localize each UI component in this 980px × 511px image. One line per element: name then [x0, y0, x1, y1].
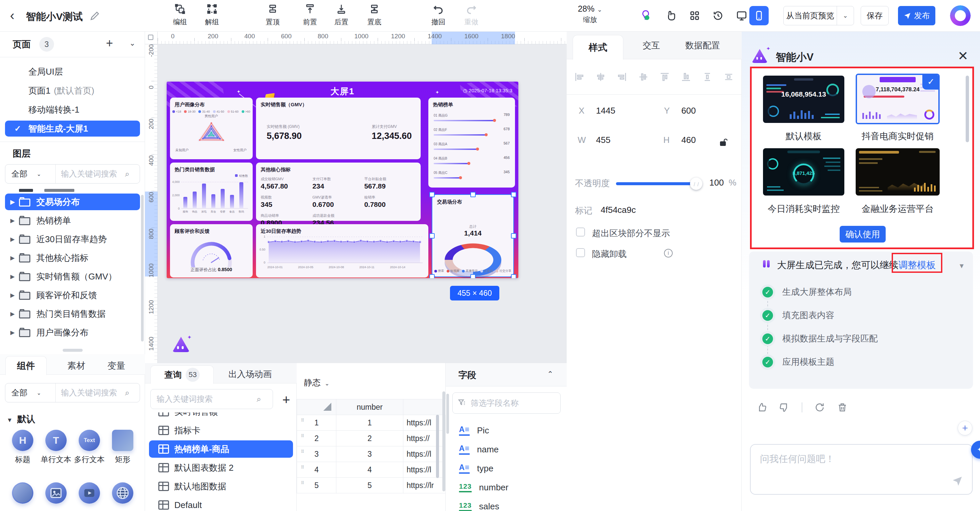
- table-row[interactable]: ⠿33https://l: [297, 446, 453, 462]
- layer-type-select[interactable]: 全部⌄: [5, 168, 55, 179]
- history-icon[interactable]: [708, 6, 728, 25]
- selection-handle-nw[interactable]: [430, 192, 435, 197]
- card-user-profile[interactable]: 用户画像分布 <1818-3031-4041-5051-60>60 男性用户未知…: [170, 98, 253, 159]
- selection-handle-e[interactable]: [511, 233, 516, 238]
- trash-icon[interactable]: [837, 402, 848, 413]
- refresh-icon[interactable]: [815, 402, 825, 413]
- info-icon[interactable]: i: [664, 249, 673, 257]
- send-icon[interactable]: [951, 475, 963, 488]
- layer-item-8[interactable]: ▶用户画像分布: [5, 324, 140, 341]
- query-search-bar[interactable]: 输入关键词搜索 ⌕: [150, 389, 273, 409]
- tool-group[interactable]: 编组: [165, 3, 195, 27]
- tool-ungroup[interactable]: 解组: [197, 3, 228, 27]
- align-icon-6[interactable]: [681, 71, 691, 82]
- checkbox-hide-unload[interactable]: [576, 248, 585, 257]
- field-sales[interactable]: 123sales: [459, 499, 500, 511]
- template-thumb-今日消耗实时监控[interactable]: 8,871,425: [763, 148, 844, 195]
- tool-bring-forward[interactable]: 前置: [295, 3, 325, 27]
- add-page-button[interactable]: +: [106, 36, 113, 50]
- align-icon-8[interactable]: [723, 71, 734, 82]
- table-row[interactable]: ⠿11https://l: [297, 415, 453, 431]
- layer-item-5[interactable]: ▶实时销售额（GMV）: [5, 268, 140, 285]
- apps-grid-icon[interactable]: [685, 6, 704, 25]
- chevron-down-icon[interactable]: ⌄: [129, 39, 135, 48]
- table-scrollbar[interactable]: [436, 415, 439, 478]
- opacity-value[interactable]: 100: [710, 178, 724, 188]
- tool-send-backward[interactable]: 后置: [326, 3, 357, 27]
- selection-handle-sw[interactable]: [430, 274, 435, 278]
- dashboard-artboard[interactable]: 大屏1 ◷ 2025-07-18 13:35:3 ✦ ✦ 用户画像分布 <181…: [167, 82, 518, 278]
- layer-item-6[interactable]: ▶顾客评价和反馈: [5, 287, 140, 303]
- fields-filter-input[interactable]: 筛选字段名称: [471, 398, 519, 408]
- row-drag-handle[interactable]: ⠿: [300, 482, 305, 490]
- template-thumb-抖音电商实时促销[interactable]: 7,118,704,378.24 ✓: [856, 74, 940, 124]
- query-item-默认图表数据 2[interactable]: 默认图表数据 2: [149, 459, 293, 476]
- library-tab-2[interactable]: 素材: [56, 356, 97, 375]
- caret-down-icon[interactable]: ▼: [958, 262, 965, 270]
- layer-item-clipped[interactable]: [5, 185, 135, 192]
- tool-undo[interactable]: 撤回: [423, 3, 453, 27]
- layer-search-input[interactable]: 输入关键词搜索: [56, 168, 125, 179]
- query-item-实时销售额[interactable]: 实时销售额: [149, 413, 293, 421]
- table-corner-cell[interactable]: [297, 399, 336, 415]
- query-item-Default[interactable]: Default: [149, 496, 293, 511]
- card-feedback[interactable]: 顾客评价和反馈 正面评价占比 0.8500: [170, 224, 253, 278]
- selection-handle-se[interactable]: [511, 274, 516, 278]
- table-row[interactable]: ⠿55https://lr: [297, 478, 453, 494]
- tab-entry-exit-animation[interactable]: 出入场动画: [228, 368, 272, 380]
- h-input[interactable]: 460: [681, 135, 696, 145]
- layer-item-2[interactable]: ▶热销榜单: [5, 212, 140, 229]
- save-button[interactable]: 保存: [861, 6, 889, 25]
- field-number[interactable]: 123number: [459, 480, 508, 495]
- component-矩形[interactable]: 矩形: [106, 430, 139, 465]
- layers-scrollbar[interactable]: [141, 195, 144, 341]
- tool-send-bottom[interactable]: 置底: [359, 3, 390, 27]
- layer-item-1[interactable]: ▶交易场分布: [5, 194, 140, 210]
- library-tab-3[interactable]: 变量: [96, 356, 137, 375]
- publish-button[interactable]: 发布: [898, 6, 935, 25]
- selection-handle-w[interactable]: [430, 233, 435, 238]
- tool-bring-top[interactable]: 置顶: [257, 3, 288, 27]
- card-trade-distribution[interactable]: 交易场分布 总计 1,414 搜索短视频直播带货泛会场社交分享: [432, 195, 513, 276]
- lock-ratio-icon[interactable]: [718, 138, 728, 149]
- template-thumb-默认模板[interactable]: 16,068,954.13: [763, 76, 844, 123]
- checkbox-clip-overflow[interactable]: [576, 227, 585, 236]
- opacity-slider[interactable]: ❘❘: [616, 182, 702, 185]
- fields-scrollbar[interactable]: [446, 394, 449, 434]
- zoom-control[interactable]: 28%⌄ 缩放: [572, 4, 608, 24]
- row-drag-handle[interactable]: ⠿: [300, 466, 305, 474]
- tab-interaction[interactable]: 交互: [643, 40, 660, 51]
- data-mode-select[interactable]: 静态⌄: [304, 377, 329, 388]
- add-attachment-button[interactable]: +: [958, 421, 972, 435]
- library-search-input[interactable]: 输入关键词搜索: [56, 387, 125, 398]
- layer-item-3[interactable]: ▶近30日留存率趋势: [5, 231, 140, 248]
- align-icon-5[interactable]: [659, 71, 670, 82]
- component-circle[interactable]: [6, 482, 39, 507]
- library-tab-1[interactable]: 组件: [5, 356, 47, 375]
- row-drag-handle[interactable]: ⠿: [300, 451, 305, 459]
- component-video[interactable]: [73, 482, 106, 507]
- page-item-1[interactable]: 全局UI层: [5, 63, 140, 79]
- x-input[interactable]: 1445: [596, 106, 615, 116]
- library-type-select[interactable]: 全部⌄: [5, 387, 55, 398]
- component-image[interactable]: [39, 482, 73, 507]
- table-row[interactable]: ⠿44https://l: [297, 462, 453, 478]
- layer-item-7[interactable]: ▶热门类目销售数据: [5, 305, 140, 322]
- card-retention-trend[interactable]: 近30日留存率趋势 2024-10-012024-10-052024-10-08…: [256, 224, 428, 278]
- align-icon-1[interactable]: [574, 71, 585, 82]
- component-多行文本[interactable]: Text多行文本: [73, 430, 106, 465]
- selection-handle-s[interactable]: [470, 274, 476, 278]
- chevron-up-icon[interactable]: ⌃: [547, 370, 553, 378]
- mobile-preview-icon[interactable]: [749, 6, 768, 25]
- tab-style[interactable]: 样式: [573, 35, 623, 60]
- layer-item-4[interactable]: ▶其他核心指标: [5, 249, 140, 266]
- y-input[interactable]: 600: [681, 106, 696, 116]
- thumbs-up-icon[interactable]: [756, 402, 767, 413]
- template-scrollbar[interactable]: [966, 76, 969, 142]
- align-icon-3[interactable]: [617, 71, 627, 82]
- fields-filter[interactable]: 筛选字段名称: [452, 392, 561, 414]
- page-item-4[interactable]: ✓智能生成-大屏1: [5, 121, 140, 136]
- gesture-icon[interactable]: [662, 6, 681, 25]
- table-header-number[interactable]: number: [336, 399, 403, 415]
- page-item-3[interactable]: 移动端转换-1: [5, 102, 140, 117]
